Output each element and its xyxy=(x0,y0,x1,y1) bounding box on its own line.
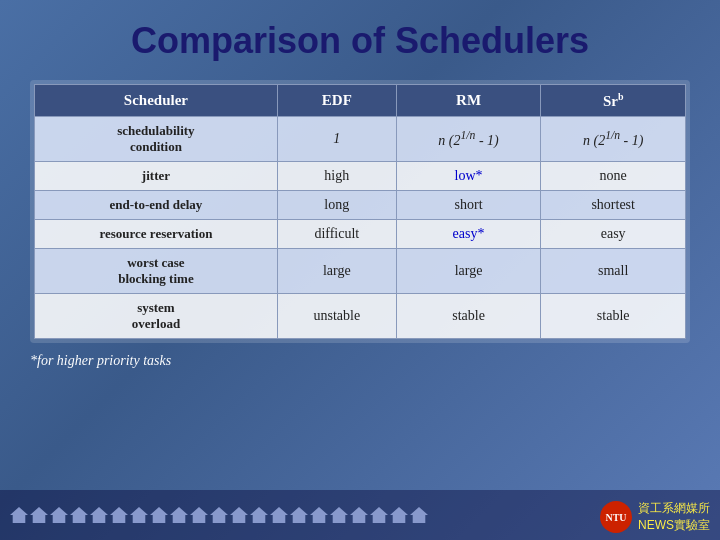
logo-area: NTU 資工系網媒所 NEWS實驗室 xyxy=(600,500,710,534)
rm-cell: low* xyxy=(396,162,541,191)
col-header-sr: Srb xyxy=(541,85,686,117)
house-icon xyxy=(310,507,328,523)
table-wrapper: Scheduler EDF RM Srb schedulabilityc xyxy=(30,80,690,343)
edf-cell: 1 xyxy=(277,117,396,162)
scheduler-cell: jitter xyxy=(35,162,278,191)
logo-text: 資工系網媒所 NEWS實驗室 xyxy=(638,500,710,534)
sr-cell: shortest xyxy=(541,191,686,220)
house-icon xyxy=(70,507,88,523)
sr-cell: easy xyxy=(541,220,686,249)
house-icon xyxy=(370,507,388,523)
house-icon xyxy=(290,507,308,523)
col-header-rm: RM xyxy=(396,85,541,117)
sr-cell: stable xyxy=(541,294,686,339)
house-icon xyxy=(130,507,148,523)
logo-line1: 資工系網媒所 xyxy=(638,500,710,517)
table-row: worst caseblocking time large large smal… xyxy=(35,249,686,294)
scheduler-cell: worst caseblocking time xyxy=(35,249,278,294)
table-row: jitter high low* none xyxy=(35,162,686,191)
col-header-edf: EDF xyxy=(277,85,396,117)
house-icon xyxy=(10,507,28,523)
rm-cell: stable xyxy=(396,294,541,339)
house-icon xyxy=(50,507,68,523)
rm-cell: short xyxy=(396,191,541,220)
comparison-table: Scheduler EDF RM Srb schedulabilityc xyxy=(34,84,686,339)
edf-cell: large xyxy=(277,249,396,294)
page-title: Comparison of Schedulers xyxy=(30,20,690,62)
house-icon xyxy=(30,507,48,523)
scheduler-cell: resource reservation xyxy=(35,220,278,249)
slide-container: Comparison of Schedulers Scheduler EDF R… xyxy=(0,0,720,540)
rm-cell: easy* xyxy=(396,220,541,249)
house-icon xyxy=(230,507,248,523)
logo-line2: NEWS實驗室 xyxy=(638,517,710,534)
house-icon xyxy=(190,507,208,523)
house-icon xyxy=(410,507,428,523)
edf-cell: high xyxy=(277,162,396,191)
sr-cell: small xyxy=(541,249,686,294)
edf-cell: unstable xyxy=(277,294,396,339)
house-icon xyxy=(110,507,128,523)
house-icon xyxy=(170,507,188,523)
house-icon xyxy=(250,507,268,523)
house-icon xyxy=(90,507,108,523)
edf-cell: long xyxy=(277,191,396,220)
col-header-scheduler: Scheduler xyxy=(35,85,278,117)
house-icon xyxy=(330,507,348,523)
house-icon xyxy=(210,507,228,523)
table-row: schedulabilitycondition 1 n (21/n - 1) n… xyxy=(35,117,686,162)
rm-cell: large xyxy=(396,249,541,294)
house-icon xyxy=(150,507,168,523)
sr-cell: none xyxy=(541,162,686,191)
bottom-bar: NTU 資工系網媒所 NEWS實驗室 xyxy=(0,490,720,540)
scheduler-cell: schedulabilitycondition xyxy=(35,117,278,162)
decorative-houses xyxy=(10,507,428,523)
footnote: *for higher priority tasks xyxy=(30,353,690,369)
house-icon xyxy=(350,507,368,523)
table-row: resource reservation difficult easy* eas… xyxy=(35,220,686,249)
scheduler-cell: systemoverload xyxy=(35,294,278,339)
logo-icon: NTU xyxy=(600,501,632,533)
table-row: systemoverload unstable stable stable xyxy=(35,294,686,339)
edf-cell: difficult xyxy=(277,220,396,249)
scheduler-cell: end-to-end delay xyxy=(35,191,278,220)
house-icon xyxy=(390,507,408,523)
table-row: end-to-end delay long short shortest xyxy=(35,191,686,220)
house-icon xyxy=(270,507,288,523)
rm-cell: n (21/n - 1) xyxy=(396,117,541,162)
sr-cell: n (21/n - 1) xyxy=(541,117,686,162)
